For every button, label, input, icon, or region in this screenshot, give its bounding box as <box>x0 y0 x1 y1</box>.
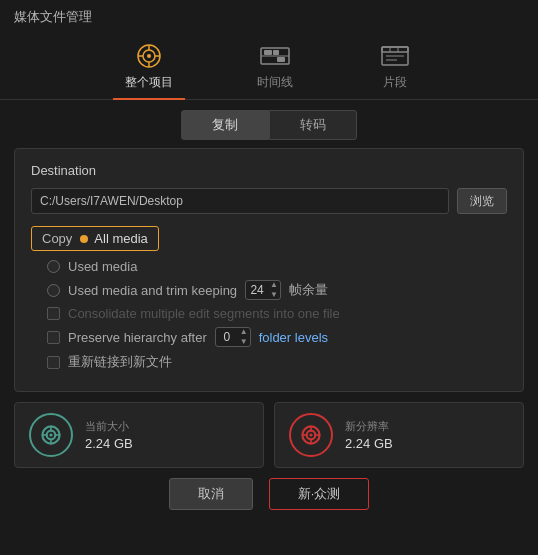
copy-label: Copy <box>42 231 72 246</box>
used-media-trim-radio[interactable] <box>47 284 60 297</box>
preserve-hierarchy-row[interactable]: Preserve hierarchy after 0 ▲ ▼ folder le… <box>31 327 507 347</box>
destination-input[interactable] <box>31 188 449 214</box>
preserve-value: 0 <box>216 330 238 344</box>
current-size-panel: 当前大小 2.24 GB <box>14 402 264 468</box>
whole-project-icon <box>131 42 167 70</box>
svg-rect-9 <box>264 50 272 55</box>
consolidate-row: Consolidate multiple edit segments into … <box>31 306 507 321</box>
used-media-row[interactable]: Used media <box>31 259 507 274</box>
trim-unit: 帧余量 <box>289 281 328 299</box>
second-tabs: 复制 转码 <box>0 100 538 148</box>
svg-point-2 <box>147 54 151 58</box>
tab-whole-project-label: 整个项目 <box>125 74 173 91</box>
tab-transcode[interactable]: 转码 <box>269 110 357 140</box>
relink-label: 重新链接到新文件 <box>68 353 172 371</box>
preserve-up-arrow[interactable]: ▲ <box>238 327 250 337</box>
current-size-value: 2.24 GB <box>85 436 133 451</box>
new-size-label: 新分辨率 <box>345 419 393 434</box>
preserve-hierarchy-checkbox[interactable] <box>47 331 60 344</box>
new-size-info: 新分辨率 2.24 GB <box>345 419 393 451</box>
relink-checkbox[interactable] <box>47 356 60 369</box>
timeline-icon <box>257 42 293 70</box>
confirm-button[interactable]: 新·众测 <box>269 478 370 510</box>
title-bar: 媒体文件管理 <box>0 0 538 34</box>
destination-row: 浏览 <box>31 188 507 214</box>
action-buttons: 取消 新·众测 <box>0 478 538 510</box>
cancel-button[interactable]: 取消 <box>169 478 253 510</box>
tab-copy[interactable]: 复制 <box>181 110 269 140</box>
all-media-radio-dot <box>80 235 88 243</box>
preserve-down-arrow[interactable]: ▼ <box>238 337 250 347</box>
preserve-spinner[interactable]: 0 ▲ ▼ <box>215 327 251 347</box>
clips-icon <box>377 42 413 70</box>
svg-rect-11 <box>273 50 279 55</box>
tab-clips[interactable]: 片段 <box>365 38 425 99</box>
current-size-icon <box>29 413 73 457</box>
svg-point-27 <box>309 433 312 436</box>
trim-up-arrow[interactable]: ▲ <box>268 280 280 290</box>
used-media-label: Used media <box>68 259 137 274</box>
browse-button[interactable]: 浏览 <box>457 188 507 214</box>
tab-clips-label: 片段 <box>383 74 407 91</box>
current-size-label: 当前大小 <box>85 419 133 434</box>
window-title: 媒体文件管理 <box>14 9 92 24</box>
copy-all-media-row[interactable]: Copy All media <box>31 226 159 251</box>
tab-timeline[interactable]: 时间线 <box>245 38 305 99</box>
new-size-icon <box>289 413 333 457</box>
trim-spinner[interactable]: 24 ▲ ▼ <box>245 280 281 300</box>
current-size-info: 当前大小 2.24 GB <box>85 419 133 451</box>
consolidate-checkbox[interactable] <box>47 307 60 320</box>
used-media-trim-label: Used media and trim keeping <box>68 283 237 298</box>
all-media-label: All media <box>94 231 147 246</box>
svg-rect-13 <box>382 47 408 52</box>
folder-levels-label: folder levels <box>259 330 328 345</box>
used-media-trim-row[interactable]: Used media and trim keeping 24 ▲ ▼ 帧余量 <box>31 280 507 300</box>
relink-row[interactable]: 重新链接到新文件 <box>31 353 507 371</box>
preserve-hierarchy-label: Preserve hierarchy after <box>68 330 207 345</box>
svg-point-20 <box>49 433 52 436</box>
tab-whole-project[interactable]: 整个项目 <box>113 38 185 99</box>
tab-timeline-label: 时间线 <box>257 74 293 91</box>
trim-down-arrow[interactable]: ▼ <box>268 290 280 300</box>
used-media-radio[interactable] <box>47 260 60 273</box>
main-tabs: 整个项目 时间线 片段 <box>0 34 538 100</box>
destination-label: Destination <box>31 163 507 178</box>
new-size-panel: 新分辨率 2.24 GB <box>274 402 524 468</box>
bottom-row: 当前大小 2.24 GB 新分辨率 2.24 GB <box>14 402 524 468</box>
size-panels: 当前大小 2.24 GB 新分辨率 2.24 GB <box>14 402 524 468</box>
trim-value: 24 <box>246 283 268 297</box>
main-panel: Destination 浏览 Copy All media Used media… <box>14 148 524 392</box>
svg-rect-10 <box>277 57 285 62</box>
consolidate-label: Consolidate multiple edit segments into … <box>68 306 340 321</box>
new-size-value: 2.24 GB <box>345 436 393 451</box>
